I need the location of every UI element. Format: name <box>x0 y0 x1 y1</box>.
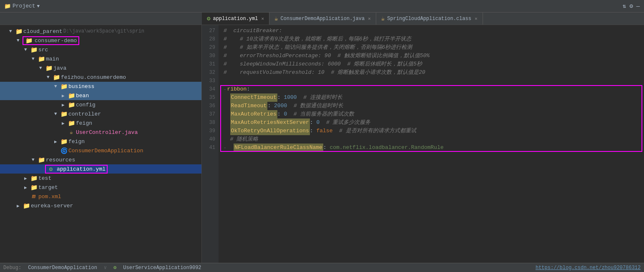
tree-item-consumer-app[interactable]: ▶ 🌀 ConsumerDemoApplication <box>0 146 201 155</box>
reformat-icon[interactable]: ⇅ <box>623 3 626 10</box>
folder-icon-feizhou: 📁 <box>53 74 60 81</box>
key-nf-load-balancer: NFLoadBalancerRuleClassName <box>234 144 323 152</box>
code-line-31: # sleepWindowInMilliseconds: 6000 # 熔断后休… <box>224 60 639 68</box>
tab-consumer-demo-app[interactable]: ☕ ConsumerDemoApplication.java ✕ <box>269 13 376 25</box>
java-icon: ☕ <box>274 15 278 22</box>
folder-icon-feign-inner: 📁 <box>68 120 75 127</box>
tab-java-label: ConsumerDemoApplication.java <box>281 16 365 22</box>
tree-item-bean[interactable]: ▶ 📁 bean <box>0 91 201 100</box>
tree-label-bean: bean <box>76 93 89 99</box>
tree-label-consumer-demo: consumer-demo <box>35 38 77 44</box>
tree-label-controller: controller <box>68 111 101 117</box>
app-icon-consumer-demo: 🌀 <box>60 147 68 154</box>
tree-item-resources[interactable]: ▼ 📁 resources <box>0 155 201 164</box>
tree-item-main[interactable]: ▼ 📁 main <box>0 54 201 63</box>
tree-label-target: target <box>38 184 58 191</box>
tree-label-resources: resources <box>46 157 75 163</box>
tree-label-config: config <box>76 102 96 108</box>
code-content: # circuitBreaker: # # 10次请求有9次是失败，就熔断，熔断… <box>219 25 644 263</box>
folder-icon-main: 📁 <box>38 55 45 63</box>
tree-label-src: src <box>38 47 48 53</box>
tab-spring-cloud-app[interactable]: ☕ SpringCloudApplication.class ✕ <box>376 13 483 25</box>
key-ok-to-retry: OkToRetryOnAllOperations <box>230 127 310 135</box>
tab-class-label: SpringCloudApplication.class <box>387 16 471 22</box>
tree-item-cloud-parent[interactable]: ▼ 📁 cloud_parent D:\java\workSpace\git\s… <box>0 27 201 36</box>
tree-item-feign-outer[interactable]: ▶ 📁 feign <box>0 137 201 146</box>
tree-item-eureka-server[interactable]: ▶ 📁 eureka-server <box>0 201 201 210</box>
tree-item-pomxml[interactable]: ▶ m pom.xml <box>0 192 201 201</box>
project-label: 📁 Project ▼ <box>0 3 44 10</box>
top-bar: 📁 Project ▼ ⇅ ⚙ — <box>0 0 644 13</box>
tree-item-target[interactable]: ▶ 📁 target <box>0 183 201 192</box>
code-line-39: OkToRetryOnAllOperations : false # 是否对所有… <box>224 127 639 135</box>
folder-icon-feign-outer: 📁 <box>60 138 68 145</box>
tree-label-eureka-server: eureka-server <box>31 203 73 209</box>
tree-item-business[interactable]: ▼ 📁 business <box>0 82 201 91</box>
java-file-icon-usercontroller: ☕ <box>68 129 75 136</box>
key-max-auto-retries: MaxAutoRetries <box>230 110 277 118</box>
settings-icon[interactable]: ⚙ <box>629 3 633 10</box>
folder-icon-config: 📁 <box>68 101 75 108</box>
tree-item-feign-inner[interactable]: ▶ 📁 feign <box>0 118 201 128</box>
project-folder-icon: 📁 <box>4 3 11 10</box>
tree-item-usercontroller[interactable]: ▶ ☕ UserController.java <box>0 128 201 137</box>
tab-yml-label: application.yml <box>213 16 258 22</box>
tab-application-yml[interactable]: ⚙ application.yml ✕ <box>202 13 269 25</box>
code-line-36: ReadTimeout : 2000 # 数据通信超时时长 <box>224 102 639 110</box>
tree-label-feign-outer: feign <box>68 139 85 145</box>
appyml-highlight-box: ⚙ application.yml <box>45 165 108 174</box>
main-area: ▼ 📁 cloud_parent D:\java\workSpace\git\s… <box>0 25 644 263</box>
fold-icon-34[interactable]: - <box>224 85 226 93</box>
line-numbers: 27 28 29 30 31 32 33 34 35 36 37 38 39 4… <box>202 25 219 263</box>
code-area: 27 28 29 30 31 32 33 34 35 36 37 38 39 4… <box>202 25 644 263</box>
fold-icon-41[interactable]: - <box>224 144 226 152</box>
editor-area: 27 28 29 30 31 32 33 34 35 36 37 38 39 4… <box>202 25 644 263</box>
folder-icon-controller: 📁 <box>60 111 68 118</box>
tab-java-close[interactable]: ✕ <box>368 16 371 21</box>
tree-item-consumer-demo[interactable]: ▼ 📁 consumer-demo <box>0 36 201 45</box>
tree-label-test: test <box>38 175 51 181</box>
yml-file-icon: ⚙ <box>47 166 55 173</box>
debug-bar: Debug: ConsumerDemoApplication ∨ ⚙ UserS… <box>0 263 644 272</box>
tree-item-src[interactable]: ▼ 📁 src <box>0 45 201 54</box>
tree-label-java-dir: java <box>53 65 66 71</box>
tree-label-pomxml: pom.xml <box>38 194 61 200</box>
tree-item-application-yml[interactable]: ▶ ⚙ application.yml <box>0 164 201 174</box>
tree-item-config[interactable]: ▶ 📁 config <box>0 100 201 109</box>
tab-class-close[interactable]: ✕ <box>475 16 478 21</box>
debug-app: ConsumerDemoApplication <box>28 265 97 271</box>
code-line-34: - ribbon : <box>224 85 639 93</box>
project-arrow[interactable]: ▼ <box>37 4 40 9</box>
key-max-auto-retries-next: MaxAutoRetriesNextServer <box>230 118 310 127</box>
folder-icon-java-dir: 📁 <box>45 65 53 72</box>
ribbon-section: - ribbon : ConnectTimeout : 1000 # 连接超时时… <box>224 85 639 152</box>
consumer-demo-highlight-box: 📁 consumer-demo <box>23 36 79 45</box>
yml-icon: ⚙ <box>207 15 210 22</box>
code-line-41: - NFLoadBalancerRuleClassName : com.netf… <box>224 144 639 152</box>
folder-icon-src: 📁 <box>30 46 38 53</box>
project-tree: ▼ 📁 cloud_parent D:\java\workSpace\git\s… <box>0 25 202 263</box>
tab-bar: ⚙ application.yml ✕ ☕ ConsumerDemoApplic… <box>0 13 644 25</box>
csdn-url[interactable]: https://blog.csdn.net/zhou920786312 <box>536 265 641 271</box>
class-icon: ☕ <box>381 15 385 22</box>
tree-item-test[interactable]: ▶ 📁 test <box>0 174 201 183</box>
project-title: Project <box>13 3 35 9</box>
code-line-29: # # 如果半开状态，能访问服务提供者，关闭熔断，否则每隔6秒进行检测 <box>224 43 639 52</box>
code-line-38: MaxAutoRetriesNextServer : 0 # 重试多少次服务 <box>224 118 639 127</box>
folder-icon-test: 📁 <box>30 175 38 182</box>
user-service-app: ⚙ <box>113 264 116 271</box>
folder-icon-business: 📁 <box>60 83 68 90</box>
tree-label-feign-inner: feign <box>76 120 92 126</box>
code-line-28: # # 10次请求有9次是失败，就熔断，熔断后，每隔6秒，就打开半开状态 <box>224 35 639 43</box>
tab-yml-close[interactable]: ✕ <box>261 16 264 21</box>
key-read-timeout: ReadTimeout <box>230 102 268 110</box>
tree-item-controller[interactable]: ▼ 📁 controller <box>0 109 201 118</box>
tree-item-java-dir[interactable]: ▼ 📁 java <box>0 63 201 73</box>
code-line-35: ConnectTimeout : 1000 # 连接超时时长 <box>224 93 639 102</box>
tree-label-feizhou: feizhou.consumerdemo <box>61 74 126 81</box>
top-bar-icons: ⇅ ⚙ — <box>623 3 644 10</box>
code-line-40: # 随机策略 <box>224 135 639 144</box>
tree-label-usercontroller: UserController.java <box>76 129 138 136</box>
minimize-icon[interactable]: — <box>636 3 640 10</box>
tree-item-feizhou[interactable]: ▼ 📁 feizhou.consumerdemo <box>0 73 201 82</box>
